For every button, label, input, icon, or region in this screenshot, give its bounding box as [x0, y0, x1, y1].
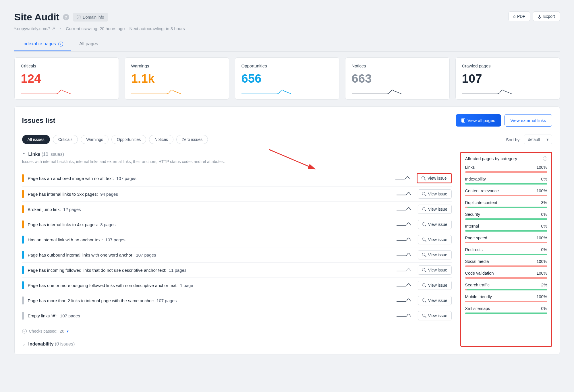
- filter-chip[interactable]: Opportunities: [111, 135, 146, 144]
- category-item[interactable]: Indexability 0%: [465, 177, 547, 185]
- categories-title: Affected pages by category: [465, 156, 517, 161]
- view-all-pages-button[interactable]: View all pages: [456, 114, 501, 127]
- issue-text[interactable]: Page has one or more outgoing followed l…: [28, 283, 393, 288]
- view-external-links-button[interactable]: View external links: [505, 114, 552, 127]
- category-item[interactable]: Security 0%: [465, 212, 547, 220]
- tab-all-label: All pages: [79, 41, 98, 46]
- view-all-pages-label: View all pages: [467, 118, 495, 123]
- domain-link[interactable]: *.copywritely.com/* ↗: [14, 26, 55, 31]
- issue-text[interactable]: Page has more than 2 links to internal p…: [28, 298, 393, 303]
- issue-text[interactable]: Page has internal links to 4xx pages: 8 …: [28, 222, 393, 227]
- category-name: Links: [465, 165, 475, 170]
- help-icon[interactable]: ?: [63, 14, 69, 20]
- info-icon[interactable]: i: [543, 156, 547, 161]
- view-issue-button[interactable]: View issue: [418, 235, 452, 244]
- view-issue-button[interactable]: View issue: [418, 265, 452, 275]
- stat-label: Notices: [352, 63, 443, 68]
- sparkline: [397, 298, 411, 303]
- view-issue-label: View issue: [428, 283, 447, 288]
- sparkline: [21, 88, 71, 96]
- filter-chip[interactable]: Warnings: [81, 135, 109, 144]
- category-pct: 3%: [541, 200, 547, 205]
- category-item[interactable]: Redirects 0%: [465, 247, 547, 255]
- filter-chip[interactable]: Criticals: [53, 135, 78, 144]
- category-item[interactable]: Mobile friendly 100%: [465, 294, 547, 302]
- search-icon: [422, 314, 426, 318]
- links-section-toggle[interactable]: ⌃ Links (10 issues): [22, 152, 452, 157]
- category-pct: 100%: [536, 189, 547, 193]
- severity-indicator: [22, 190, 24, 198]
- category-name: Content relevance: [465, 189, 499, 193]
- filter-chip[interactable]: Notices: [149, 135, 173, 144]
- category-name: Security: [465, 212, 480, 217]
- stat-card[interactable]: Crawled pages 107: [455, 57, 560, 100]
- view-issue-button[interactable]: View issue: [417, 173, 452, 183]
- issue-text[interactable]: Has an internal link with no anchor text…: [28, 237, 393, 242]
- view-issue-label: View issue: [428, 176, 447, 181]
- domain-info-label: Domain info: [83, 15, 104, 20]
- tab-indexable-pages[interactable]: Indexable pages i: [14, 37, 71, 51]
- category-item[interactable]: Xml sitemaps 0%: [465, 306, 547, 314]
- severity-indicator: [22, 266, 24, 274]
- tab-all-pages[interactable]: All pages: [71, 37, 106, 51]
- category-name: Social media: [465, 259, 489, 264]
- chevron-down-icon: ▾: [67, 329, 69, 333]
- issue-text[interactable]: Page has outbound internal links with on…: [28, 253, 393, 257]
- view-issue-label: View issue: [428, 253, 447, 257]
- category-item[interactable]: Code validation 100%: [465, 271, 547, 279]
- category-name: Indexability: [465, 177, 486, 181]
- indexability-section-toggle[interactable]: ⌄ Indexability (0 issues): [22, 341, 452, 347]
- view-issue-button[interactable]: View issue: [418, 311, 452, 320]
- export-button[interactable]: Export: [533, 11, 560, 21]
- page-title: Site Audit: [14, 11, 59, 23]
- category-item[interactable]: Social media 100%: [465, 259, 547, 267]
- pdf-button[interactable]: ⎙ PDF: [509, 11, 530, 21]
- stat-value: 656: [241, 72, 333, 86]
- category-pct: 100%: [536, 294, 547, 299]
- issue-row: Page has outbound internal links with on…: [22, 247, 452, 262]
- sparkline: [397, 237, 411, 242]
- crawling-status: Current crawling: 20 hours ago: [66, 26, 125, 31]
- category-bar: [465, 242, 547, 243]
- issue-text[interactable]: Page has incoming followed links that do…: [28, 268, 393, 273]
- issue-text[interactable]: Page has internal links to 3xx pages: 94…: [28, 192, 393, 197]
- pdf-icon: ⎙: [513, 15, 515, 18]
- issue-text[interactable]: Empty links "#": 107 pages: [28, 313, 393, 318]
- category-name: Xml sitemaps: [465, 306, 490, 311]
- category-pct: 100%: [536, 165, 547, 170]
- category-item[interactable]: Search traffic 2%: [465, 283, 547, 290]
- category-item[interactable]: Internal 0%: [465, 224, 547, 232]
- domain-info-button[interactable]: i Domain info: [73, 13, 108, 22]
- stat-card[interactable]: Criticals 124: [14, 57, 119, 100]
- category-pct: 0%: [541, 247, 547, 252]
- category-pct: 100%: [536, 236, 547, 240]
- issue-text[interactable]: Page has an anchored image with no alt t…: [28, 176, 391, 181]
- issue-pages-count: 94 pages: [100, 192, 118, 197]
- checks-passed-value: 20: [60, 329, 64, 333]
- severity-indicator: [22, 296, 24, 304]
- category-bar: [465, 207, 547, 208]
- view-issue-button[interactable]: View issue: [418, 205, 452, 214]
- category-item[interactable]: Links 100%: [465, 165, 547, 173]
- view-issue-button[interactable]: View issue: [418, 189, 452, 199]
- sort-select[interactable]: default: [524, 135, 552, 144]
- view-issue-button[interactable]: View issue: [418, 220, 452, 229]
- stat-card[interactable]: Warnings 1.1k: [125, 57, 229, 100]
- view-issue-button[interactable]: View issue: [418, 250, 452, 259]
- category-bar: [465, 277, 547, 279]
- category-item[interactable]: Content relevance 100%: [465, 189, 547, 196]
- stat-value: 663: [352, 72, 443, 86]
- view-issue-button[interactable]: View issue: [418, 281, 452, 290]
- issue-text[interactable]: Broken jump link: 12 pages: [28, 207, 393, 212]
- stat-card[interactable]: Opportunities 656: [235, 57, 339, 100]
- filter-chip[interactable]: All issues: [22, 135, 50, 144]
- filter-chip[interactable]: Zero issues: [176, 135, 208, 144]
- download-icon: [538, 15, 541, 18]
- category-item[interactable]: Duplicate content 3%: [465, 200, 547, 208]
- category-item[interactable]: Page speed 100%: [465, 236, 547, 243]
- checks-passed[interactable]: ✓ Checks passed: 20 ▾: [22, 329, 452, 333]
- stat-card[interactable]: Notices 663: [345, 57, 450, 100]
- search-icon: [422, 192, 426, 196]
- view-issue-label: View issue: [428, 298, 447, 303]
- view-issue-button[interactable]: View issue: [418, 296, 452, 305]
